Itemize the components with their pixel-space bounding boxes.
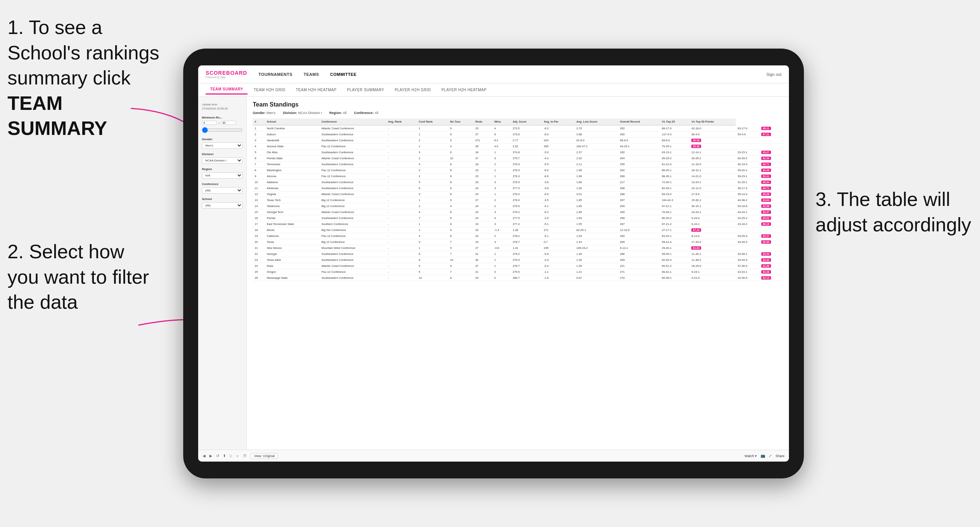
table-cell: 1.41	[511, 245, 542, 251]
range-max-input[interactable]	[221, 121, 236, 125]
table-row: 3VanderbiltSoutheastern Conference-25271…	[253, 138, 783, 143]
table-cell: 269	[618, 239, 660, 245]
table-cell: 43-23-1	[618, 143, 660, 149]
division-select[interactable]: NCAA Division I NCAA Division II NCAA Di…	[202, 157, 243, 164]
table-row: 22GeorgiaSoutheastern Conference-8721127…	[253, 251, 783, 257]
table-cell: Auburn	[265, 132, 319, 138]
table-cell: 86.16	[759, 221, 783, 227]
table-cell: Florida	[265, 215, 319, 221]
col-conference: Conference	[320, 119, 386, 125]
view-original-button[interactable]: View: Original	[250, 453, 278, 459]
table-cell: Atlantic Coast Conference	[320, 191, 386, 197]
table-cell: Atlantic Coast Conference	[320, 263, 386, 269]
table-cell: 1	[492, 149, 511, 156]
region-select[interactable]: N/A All	[202, 172, 243, 179]
table-cell: 11-29-1	[689, 251, 735, 257]
tab-player-summary[interactable]: PLAYER SUMMARY	[342, 86, 388, 94]
col-rnds: Rnds	[473, 119, 492, 125]
toolbar-reload[interactable]: ↺	[216, 454, 219, 458]
table-cell: 24	[473, 221, 492, 227]
table-cell: 2.88	[575, 132, 619, 138]
table-cell: 30	[473, 257, 492, 263]
table-cell: 76-26-1	[660, 209, 689, 215]
table-cell: Southeastern Conference	[320, 251, 386, 257]
table-cell: Pac-12 Conference	[320, 173, 386, 179]
table-cell: Atlantic Coast Conference	[320, 209, 386, 215]
toolbar-add[interactable]: ＋	[235, 453, 239, 459]
table-cell: 104-42-3	[660, 197, 689, 203]
toolbar-timer[interactable]: ⏱	[243, 454, 247, 458]
sign-out-button[interactable]: Sign out	[767, 72, 781, 77]
table-cell: 61-21-0	[660, 162, 689, 167]
min-rounds-range: -	[202, 121, 243, 125]
toolbar-share2[interactable]: ⬆	[223, 454, 226, 458]
tab-player-h2h-grid[interactable]: PLAYER H2H GRID	[390, 86, 436, 94]
table-cell: 23-33-1	[736, 269, 759, 275]
table-row: 26Mississippi StateSoutheastern Conferen…	[253, 275, 783, 281]
table-cell: 273.6	[511, 132, 542, 138]
table-cell: -	[386, 233, 417, 239]
col-avg-low: Avg. Low Score	[575, 119, 619, 125]
toolbar-resize[interactable]: ⤢	[769, 454, 772, 458]
table-cell: 92-40-3	[660, 257, 689, 263]
table-cell: -	[386, 257, 417, 263]
tab-team-h2h-heatmap[interactable]: TEAM H2H HEATMAP	[291, 86, 341, 94]
table-cell: 24-25-2	[736, 215, 759, 221]
nav-tournaments[interactable]: TOURNAMENTS	[258, 71, 293, 78]
table-cell: 80.95	[759, 239, 783, 245]
toolbar-bookmark[interactable]: □	[229, 454, 232, 458]
table-cell: 23	[473, 167, 492, 173]
table-cell: Southeastern Conference	[320, 275, 386, 281]
table-cell: 83.27	[759, 233, 783, 239]
range-min-input[interactable]	[202, 121, 217, 125]
table-cell: Southeastern Conference	[320, 215, 386, 221]
conference-select[interactable]: (All)	[202, 187, 243, 194]
table-cell: 4	[253, 143, 265, 149]
table-cell: 12	[253, 191, 265, 197]
table-cell: 3	[417, 191, 448, 197]
table-cell: 2.37	[575, 149, 619, 156]
table-cell: 1	[492, 251, 511, 257]
watch-button[interactable]: Watch ▾	[745, 454, 757, 458]
tab-team-h2h-grid[interactable]: TEAM H2H GRID	[249, 86, 290, 94]
gender-select[interactable]: Men's Women's	[202, 143, 243, 149]
table-row: 9ArizonaPac-12 Conference-28231276.3-6.6…	[253, 173, 783, 179]
table-cell: 86.06	[759, 191, 783, 197]
table-cell: 3	[492, 156, 511, 162]
nav-teams[interactable]: TEAMS	[304, 71, 319, 78]
table-cell: Oklahoma	[265, 203, 319, 209]
col-vs-top50: Vs Top 50 Points	[689, 119, 735, 125]
table-cell: 9	[448, 197, 473, 203]
table-cell: -3.8	[542, 186, 574, 191]
min-rounds-slider[interactable]	[202, 127, 243, 133]
nav-committee[interactable]: COMMITTEE	[330, 71, 357, 78]
table-cell: 278.2	[511, 233, 542, 239]
table-row: 21New MexicoMountain West Conference-192…	[253, 245, 783, 251]
toolbar-forward[interactable]: ▶	[209, 454, 212, 458]
table-cell: 15-32-2	[689, 197, 735, 203]
table-cell: 85.58	[689, 143, 735, 149]
table-cell: 86-25-1	[660, 167, 689, 173]
table-cell: 81.84	[689, 245, 735, 251]
tab-player-h2h-heatmap[interactable]: PLAYER H2H HEATMAP	[437, 86, 491, 94]
col-vs-top25: Vs Top 25	[660, 119, 689, 125]
standings-table: # School Conference Avg. Rank Conf Rank …	[253, 119, 783, 281]
table-cell: 3	[253, 138, 265, 143]
toolbar-cast[interactable]: 📺	[760, 454, 765, 458]
table-cell: 1	[417, 197, 448, 203]
table-cell: 265	[618, 209, 660, 215]
table-cell: -1.4	[492, 227, 511, 233]
table-cell: 90-51-2	[660, 263, 689, 269]
table-cell: 27	[473, 197, 492, 203]
table-cell: 5	[253, 149, 265, 156]
table-cell: -4.1	[542, 203, 574, 209]
toolbar-back[interactable]: ◀	[203, 454, 206, 458]
tab-team-summary[interactable]: TEAM SUMMARY	[206, 85, 248, 95]
share-button[interactable]: Share	[775, 454, 784, 458]
filter-display-row: Gender: Men's Division: NCAA Division I …	[253, 111, 783, 115]
school-select[interactable]: (All)	[202, 202, 243, 209]
table-cell: 60-39-2	[660, 275, 689, 281]
table-cell: 260	[618, 233, 660, 239]
table-cell: 4-21-0	[689, 275, 735, 281]
table-cell: 1	[417, 245, 448, 251]
